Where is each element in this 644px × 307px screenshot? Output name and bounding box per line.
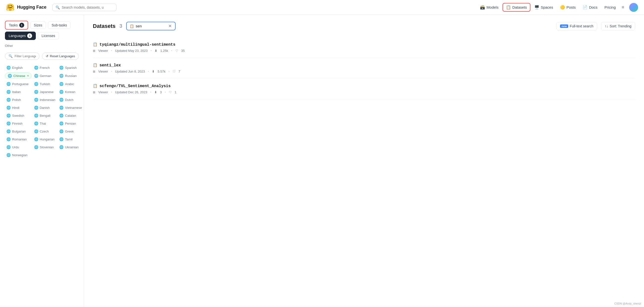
global-search[interactable]: 🔍: [52, 4, 116, 11]
lang-item-portuguese[interactable]: 🌐Portuguese: [5, 81, 32, 87]
reset-label: Reset Languages: [50, 54, 75, 58]
lang-item-catalan[interactable]: 🌐Catalan: [58, 113, 83, 118]
reset-languages-button[interactable]: ↺ Reset Languages: [42, 52, 79, 60]
lang-item-hindi[interactable]: 🌐Hindi: [5, 105, 32, 111]
lang-label: Indonesian: [40, 98, 56, 102]
lang-item-persian[interactable]: 🌐Persian: [58, 120, 83, 126]
dataset-title: senti_lex: [100, 63, 121, 68]
lang-filter-input-wrapper[interactable]: 🔍: [5, 52, 40, 60]
lang-item-german[interactable]: 🌐German: [32, 72, 57, 79]
globe-icon: 🌐: [6, 153, 10, 157]
nav-posts-label: Posts: [566, 5, 576, 9]
tab-licenses[interactable]: Licenses: [38, 32, 59, 39]
lang-filter-row: 🔍 ↺ Reset Languages: [5, 52, 79, 60]
lang-item-vietnamese[interactable]: 🌐Vietnamese: [58, 105, 83, 111]
search-clear-button[interactable]: ✕: [168, 24, 172, 28]
lang-item-danish[interactable]: 🌐Danish: [32, 105, 57, 111]
lang-item-arabic[interactable]: 🌐Arabic: [58, 81, 83, 87]
lang-item-urdu[interactable]: 🌐Urdu: [5, 144, 32, 150]
spaces-icon: 🖥️: [534, 5, 539, 10]
globe-icon: 🌐: [34, 66, 38, 70]
lang-item-japanese[interactable]: 🌐Japanese: [32, 89, 57, 95]
dataset-search-icon: 📋: [130, 24, 134, 28]
dataset-meta: ⊞ Viewer • Updated Jun 8, 2023 • ⬇ 5.57k…: [93, 70, 635, 73]
language-grid: 🌐English🌐French🌐Spanish🌐Chinese×🌐German🌐…: [5, 65, 79, 158]
search-icon: 🔍: [56, 5, 60, 9]
lang-label: Urdu: [12, 145, 19, 149]
download-count: 3: [160, 90, 162, 94]
tab-subtasks[interactable]: Sub-tasks: [48, 21, 70, 29]
other-label: Other: [5, 44, 79, 48]
content-area: Datasets 3 📋 ✕ new Full-text search ↑↓ S…: [84, 15, 644, 307]
posts-icon: 🟡: [560, 5, 565, 10]
lang-item-korean[interactable]: 🌐Korean: [58, 89, 83, 95]
dataset-title: scfengv/TVL_Sentiment_Analysis: [100, 84, 171, 88]
nav-datasets[interactable]: 📋 Datasets: [502, 3, 530, 11]
lang-label: Finnish: [12, 122, 22, 125]
lang-item-italian[interactable]: 🌐Italian: [5, 89, 32, 95]
lang-item-russian[interactable]: 🌐Russian: [58, 72, 83, 79]
lang-item-dutch[interactable]: 🌐Dutch: [58, 97, 83, 103]
nav-models[interactable]: 🗃️ Models: [477, 3, 501, 11]
lang-item-indonesian[interactable]: 🌐Indonesian: [32, 97, 57, 103]
nav-more-button[interactable]: ≡: [620, 4, 626, 11]
avatar[interactable]: [629, 3, 638, 12]
reset-icon: ↺: [46, 54, 48, 58]
lang-item-slovenian[interactable]: 🌐Slovenian: [32, 144, 57, 150]
nav-spaces-label: Spaces: [541, 5, 553, 9]
globe-icon: 🌐: [59, 98, 64, 102]
lang-item-greek[interactable]: 🌐Greek: [58, 128, 83, 134]
lang-item-turkish[interactable]: 🌐Turkish: [32, 81, 57, 87]
logo[interactable]: 🤗 Hugging Face: [6, 3, 46, 11]
dataset-card-multilingual-sentiments[interactable]: 📋 tyqiangz/multilingual-sentiments ⊞ Vie…: [93, 37, 635, 58]
lang-item-ukrainian[interactable]: 🌐Ukrainian: [58, 144, 83, 150]
sort-button[interactable]: ↑↓ Sort: Trending: [601, 22, 635, 30]
nav-posts[interactable]: 🟡 Posts: [557, 3, 579, 11]
dataset-meta: ⊞ Viewer • Updated Dec 26, 2023 • ⬇ 3 • …: [93, 90, 635, 94]
globe-icon: 🌐: [59, 82, 64, 86]
lang-item-finnish[interactable]: 🌐Finnish: [5, 120, 32, 126]
fulltext-search-button[interactable]: new Full-text search: [556, 22, 597, 30]
lang-item-french[interactable]: 🌐French: [32, 65, 57, 71]
dataset-card-senti-lex[interactable]: 📋 senti_lex ⊞ Viewer • Updated Jun 8, 20…: [93, 58, 635, 78]
tab-languages[interactable]: Languages 1: [5, 31, 36, 40]
globe-icon: 🌐: [59, 74, 64, 78]
dataset-card-tvl-sentiment[interactable]: 📋 scfengv/TVL_Sentiment_Analysis ⊞ Viewe…: [93, 79, 635, 99]
lang-item-spanish[interactable]: 🌐Spanish: [58, 65, 83, 71]
search-input[interactable]: [62, 5, 111, 9]
dataset-search-input[interactable]: [136, 24, 166, 28]
nav-pricing[interactable]: Pricing: [602, 4, 619, 11]
tab-sizes[interactable]: Sizes: [30, 21, 46, 29]
dataset-type-icon: 📋: [93, 84, 98, 88]
lang-item-czech[interactable]: 🌐Czech: [32, 128, 57, 134]
viewer-label: Viewer: [98, 49, 108, 52]
lang-item-norwegian[interactable]: 🌐Norwegian: [5, 152, 32, 158]
sort-label: Sort: Trending: [610, 24, 632, 28]
dataset-type-icon: 📋: [93, 42, 98, 47]
nav-spaces[interactable]: 🖥️ Spaces: [532, 3, 556, 11]
lang-item-romanian[interactable]: 🌐Romanian: [5, 136, 32, 142]
lang-item-english[interactable]: 🌐English: [5, 65, 32, 71]
lang-filter-input[interactable]: [14, 54, 36, 58]
lang-item-thai[interactable]: 🌐Thai: [32, 120, 57, 126]
lang-item-bulgarian[interactable]: 🌐Bulgarian: [5, 128, 32, 134]
lang-label: Dutch: [65, 98, 73, 102]
globe-icon: 🌐: [59, 66, 64, 70]
globe-icon: 🌐: [8, 74, 12, 78]
lang-item-polish[interactable]: 🌐Polish: [5, 97, 32, 103]
lang-item-chinese[interactable]: 🌐Chinese×: [5, 72, 32, 79]
lang-item-bengali[interactable]: 🌐Bengali: [32, 113, 57, 118]
watermark: CSDN @Andy_shenzl: [614, 302, 641, 305]
viewer-icon: ⊞: [93, 91, 95, 94]
dataset-search-box[interactable]: 📋 ✕: [126, 22, 176, 30]
remove-lang-button[interactable]: ×: [27, 74, 29, 77]
lang-item-swedish[interactable]: 🌐Swedish: [5, 113, 32, 118]
tab-tasks[interactable]: Tasks 1: [5, 21, 28, 30]
updated-date: Updated May 23, 2023: [115, 49, 148, 52]
lang-item-tamil[interactable]: 🌐Tamil: [58, 136, 83, 142]
lang-item-hungarian[interactable]: 🌐Hungarian: [32, 136, 57, 142]
like-icon: ♡: [175, 49, 178, 52]
nav-docs[interactable]: 📄 Docs: [580, 3, 600, 11]
globe-icon: 🌐: [6, 66, 10, 70]
viewer-label: Viewer: [98, 90, 108, 94]
